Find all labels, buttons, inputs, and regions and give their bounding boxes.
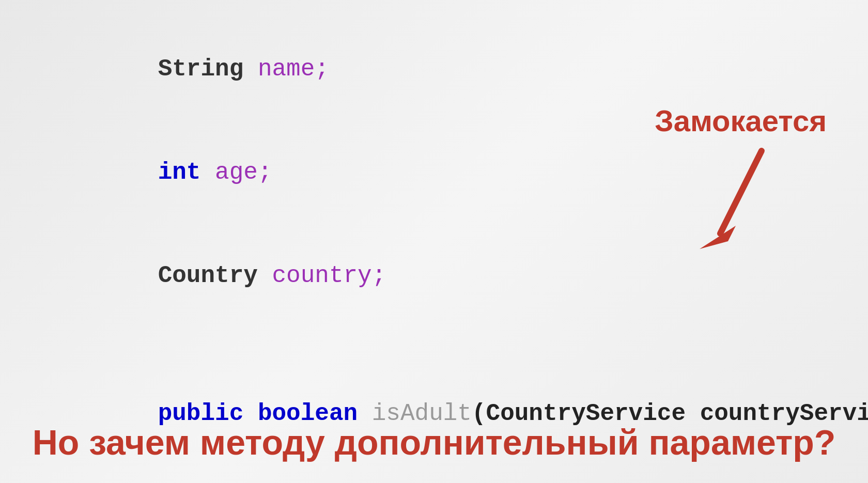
callout-container: Замокается [655, 103, 827, 259]
field3-var: age; [200, 159, 272, 186]
field2-type: String [158, 56, 244, 83]
slide-container: @Data public class AppUserDto { UUID id;… [0, 0, 868, 483]
code-line-empty [31, 328, 868, 362]
bottom-label-text: Но зачем методу дополнительный параметр? [33, 423, 836, 462]
field4-type: Country [158, 262, 258, 289]
code-line-return: return age > countryService.adultHoodAge… [31, 465, 868, 483]
field4-var: country; [258, 262, 386, 289]
svg-marker-1 [700, 226, 736, 249]
callout-text: Замокается [655, 103, 827, 138]
code-line-field1: UUID id; [31, 0, 868, 18]
bottom-label: Но зачем методу дополнительный параметр? [31, 422, 837, 462]
arrow-icon [694, 146, 787, 259]
field2-var: name; [243, 56, 329, 83]
svg-line-0 [720, 151, 762, 233]
kw-int: int [158, 159, 201, 186]
